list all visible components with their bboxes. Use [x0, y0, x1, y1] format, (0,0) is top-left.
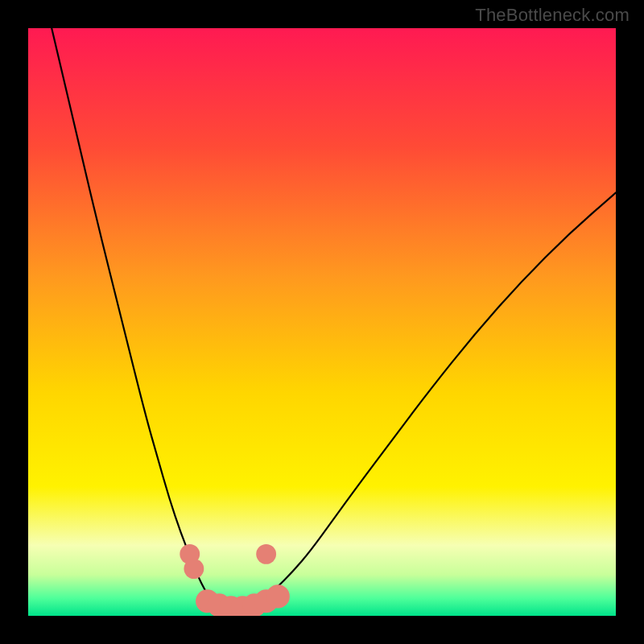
plot-area: [28, 28, 616, 616]
curves-layer: [28, 28, 616, 616]
dot-floor-7: [266, 584, 290, 608]
dot-left-lower: [184, 559, 204, 579]
chart-frame: TheBottleneck.com: [0, 0, 644, 644]
series-right-branch: [251, 192, 616, 604]
series-left-branch: [52, 28, 222, 607]
watermark-text: TheBottleneck.com: [475, 5, 630, 26]
dot-right-upper: [256, 544, 276, 564]
